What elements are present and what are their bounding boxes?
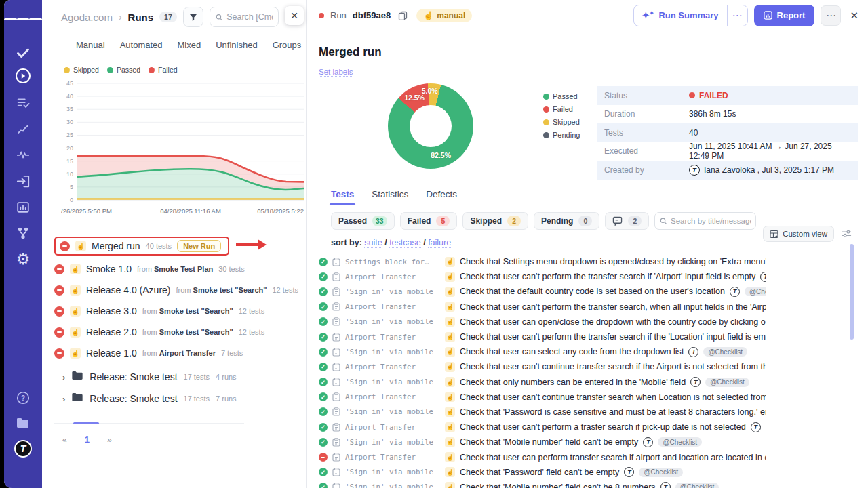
test-title[interactable]: Check that user can't perform the transf…: [460, 332, 766, 342]
filter-chip-skipped[interactable]: Skipped2: [462, 212, 528, 230]
test-title[interactable]: Check that 'Mobile number' field can't b…: [460, 437, 638, 447]
test-title[interactable]: Check that only numbers can be entered i…: [460, 378, 686, 387]
test-title[interactable]: Check that 'Password' field can't be emp…: [460, 468, 619, 477]
test-title[interactable]: Check that the default country code is s…: [460, 287, 725, 296]
chevron-right-icon[interactable]: ›: [62, 394, 65, 404]
test-title[interactable]: Check that user can't continue transfer …: [460, 392, 766, 402]
run-name[interactable]: Release 1.0: [86, 348, 137, 359]
page-prev-button[interactable]: «: [62, 435, 67, 445]
projects-folder-icon[interactable]: [4, 412, 42, 434]
folder-name[interactable]: Release: Smoke test: [90, 393, 177, 404]
run-from: from Smoke test "Search": [142, 328, 233, 336]
filter-chip-passed[interactable]: Passed33: [331, 212, 395, 230]
run-row[interactable]: ☝Merged run40 testsNew Run: [54, 237, 229, 256]
detail-more-button[interactable]: ⋯: [821, 5, 841, 26]
tab-statistics[interactable]: Statistics: [372, 189, 408, 205]
run-summary-button[interactable]: ✦✦ Run Summary: [634, 5, 727, 26]
test-title[interactable]: Check that user can't perform the transf…: [460, 302, 766, 312]
test-row[interactable]: −Airport Transfer☝Check that user can pe…: [319, 449, 766, 464]
test-row[interactable]: ✓'Sign in' via mobile☝Check that 'Mobile…: [319, 480, 766, 488]
detail-close-button[interactable]: ✕: [850, 9, 859, 22]
tests-search-input[interactable]: [671, 217, 751, 225]
test-title[interactable]: Check that user can't perform a trasfer …: [460, 422, 746, 432]
test-row[interactable]: ✓Airport Transfer☝Check that user can't …: [319, 420, 766, 434]
scrollbar-thumb[interactable]: [850, 244, 854, 340]
reports-nav-icon[interactable]: [4, 197, 42, 218]
run-name[interactable]: Release 2.0: [86, 327, 137, 338]
filter-button[interactable]: [183, 7, 203, 27]
test-title[interactable]: Check that user can select any code from…: [460, 347, 684, 357]
panel-close-button[interactable]: ✕: [285, 6, 304, 25]
test-row[interactable]: ✓'Sign in' via mobile☝Check that user ca…: [319, 344, 766, 359]
test-row[interactable]: ✓Airport Transfer☝Check that user can't …: [319, 329, 766, 344]
run-row[interactable]: ☝Release 3.0from Smoke test "Search"12 t…: [54, 304, 264, 319]
runs-nav-icon[interactable]: [4, 65, 42, 87]
test-row[interactable]: ✓Airport Transfer☝Check that user can't …: [319, 269, 766, 284]
test-title[interactable]: Check that user can't continue transfer …: [460, 362, 766, 371]
copy-icon[interactable]: [398, 11, 408, 20]
run-name[interactable]: Smoke 1.0: [86, 264, 132, 274]
test-row[interactable]: ✓Settings block for…☝Check that Settings…: [319, 254, 766, 269]
filter-chip-failed[interactable]: Failed5: [400, 212, 458, 230]
sort-option-suite[interactable]: suite: [364, 238, 382, 248]
run-row[interactable]: ☝Release 1.0from Airport Transfer7 tests: [54, 346, 243, 361]
test-row[interactable]: ✓'Sign in' via mobile☝Check that 'Mobile…: [319, 434, 766, 449]
analytics-nav-icon[interactable]: [4, 144, 42, 165]
test-row[interactable]: ✓Airport Transfer☝Check that user can't …: [319, 359, 766, 374]
test-title[interactable]: Check that user can open/close the dropd…: [460, 317, 766, 327]
custom-view-button[interactable]: Custom view: [763, 226, 834, 242]
page-next-button[interactable]: »: [107, 435, 112, 445]
test-row[interactable]: ✓'Sign in' via mobile☝Check that 'Passwo…: [319, 465, 766, 480]
tab-unfinished[interactable]: Unfinished: [216, 40, 257, 50]
comments-filter-chip[interactable]: 2: [605, 212, 649, 230]
tab-defects[interactable]: Defects: [426, 189, 457, 205]
test-title[interactable]: Check that Settings menu dropdown is ope…: [460, 257, 766, 266]
run-name[interactable]: Release 3.0: [86, 306, 137, 317]
folder-name[interactable]: Release: Smoke test: [90, 371, 177, 382]
breadcrumb-project[interactable]: Agoda.com: [61, 12, 113, 23]
tests-nav-icon[interactable]: [4, 42, 42, 64]
report-button[interactable]: Report: [754, 5, 815, 26]
sort-option-failure[interactable]: failure: [428, 238, 451, 248]
sort-option-testcase[interactable]: testcase: [389, 238, 421, 248]
test-row[interactable]: ✓'Sign in' via mobile☝Check that the def…: [319, 284, 766, 299]
tab-mixed[interactable]: Mixed: [178, 40, 201, 50]
test-row[interactable]: ✓'Sign in' via mobile☝Check that only nu…: [319, 375, 766, 390]
branches-nav-icon[interactable]: [4, 222, 42, 244]
runs-search[interactable]: [210, 7, 279, 27]
account-avatar[interactable]: T: [4, 438, 42, 460]
pull-requests-nav-icon[interactable]: [4, 170, 42, 192]
run-row[interactable]: ☝Release 2.0from Smoke test "Search"12 t…: [54, 325, 264, 340]
test-row[interactable]: ✓'Sign in' via mobile☝Check that 'Passwo…: [319, 405, 766, 420]
test-row[interactable]: ✓'Sign in' via mobile☝Check that user ca…: [319, 314, 766, 329]
filter-chip-pending[interactable]: Pending0: [534, 212, 599, 230]
tab-groups[interactable]: Groups: [273, 40, 302, 50]
run-folder-row[interactable]: ›Release: Smoke test17 tests4 runs: [62, 370, 306, 384]
help-icon[interactable]: ?: [4, 387, 42, 409]
settings-nav-icon[interactable]: ⚙: [4, 248, 42, 270]
test-row[interactable]: ✓Airport Transfer☝Check that user can't …: [319, 300, 766, 314]
view-settings-icon[interactable]: [842, 228, 852, 241]
tab-tests[interactable]: Tests: [331, 189, 354, 205]
run-row[interactable]: ☝Release 4.0 (Azure)from Smoke test "Sea…: [54, 283, 298, 298]
run-summary-more-button[interactable]: ⋯: [727, 5, 747, 26]
run-folder-row[interactable]: ›Release: Smoke test17 tests7 runs: [62, 392, 306, 405]
chevron-right-icon[interactable]: ›: [62, 372, 65, 382]
run-name[interactable]: Release 4.0 (Azure): [86, 285, 171, 296]
tests-search[interactable]: [654, 212, 756, 230]
test-title[interactable]: Check that user can't perform the transf…: [460, 272, 755, 281]
test-title[interactable]: Check that user can perform transfer sea…: [460, 453, 766, 462]
run-name[interactable]: Merged run: [92, 241, 140, 251]
test-plans-nav-icon[interactable]: [4, 92, 42, 114]
page-number[interactable]: 1: [85, 434, 90, 445]
run-row[interactable]: ☝Smoke 1.0from Smoke Test Plan30 tests: [54, 262, 245, 277]
test-title[interactable]: Check that 'Mobile number' field can't b…: [460, 483, 656, 488]
milestones-nav-icon[interactable]: [4, 118, 42, 140]
test-row[interactable]: ✓Airport Transfer☝Check that user can't …: [319, 390, 766, 405]
set-labels-link[interactable]: Set labels: [319, 68, 353, 77]
runs-search-input[interactable]: [226, 12, 273, 22]
test-title[interactable]: Check that 'Password is case sensitive a…: [460, 407, 766, 417]
tab-manual[interactable]: Manual: [76, 40, 105, 50]
tab-automated[interactable]: Automated: [120, 40, 163, 50]
menu-icon[interactable]: [4, 8, 42, 30]
